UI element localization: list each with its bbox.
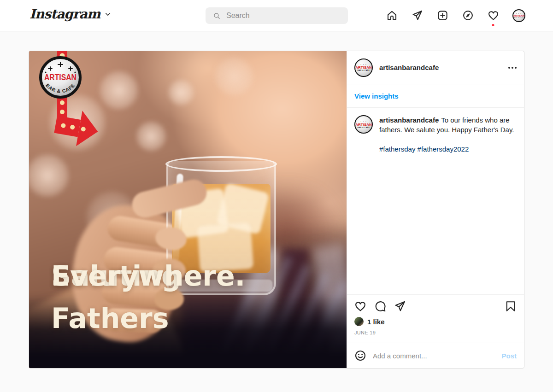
chevron-down-icon[interactable] — [105, 11, 111, 18]
share-icon[interactable] — [394, 300, 406, 312]
view-insights-link[interactable]: View insights — [354, 92, 399, 100]
likes-count[interactable]: 1 like — [367, 318, 385, 326]
likes-row: 1 like — [347, 316, 524, 329]
home-icon[interactable] — [386, 10, 398, 22]
artisan-badge-logo: ARTISAN BAR & CAFE — [32, 51, 124, 185]
post-card: ARTISAN BAR & CAFE Saluting Fathers Ever… — [29, 51, 524, 369]
new-post-icon[interactable] — [436, 10, 448, 22]
nav-icon-row: + + + ARTISAN BAR & CAFE — [386, 0, 525, 31]
comment-input[interactable] — [373, 352, 495, 360]
emoji-icon[interactable] — [354, 350, 366, 362]
more-options-icon[interactable] — [508, 63, 517, 72]
instagram-home-link[interactable]: Instagram — [29, 6, 111, 22]
explore-icon[interactable] — [462, 10, 474, 22]
profile-avatar[interactable]: + + + ARTISAN BAR & CAFE — [512, 9, 525, 22]
caption-body: artisanbarandcafeTo our friends who are … — [379, 115, 517, 287]
search-icon — [213, 12, 221, 20]
badge-circle: ARTISAN BAR & CAFE — [41, 58, 80, 97]
liker-avatar[interactable] — [354, 317, 364, 326]
notifications-heart-icon[interactable] — [487, 10, 499, 22]
post-details-pane: + + + ARTISAN BAR & CAFE artisanbarandca… — [347, 51, 524, 368]
caption-author-avatar[interactable]: + + + ARTISAN BAR & CAFE — [354, 115, 373, 134]
post-image[interactable]: ARTISAN BAR & CAFE Saluting Fathers Ever… — [29, 51, 347, 368]
action-bar — [347, 294, 524, 316]
svg-text:ARTISAN: ARTISAN — [44, 73, 76, 82]
top-nav-bar: Instagram + + + ARTISAN BAR & CA — [0, 0, 553, 31]
insights-row: View insights — [347, 84, 524, 108]
search-box[interactable] — [206, 7, 348, 24]
caption-section: + + + ARTISAN BAR & CAFE artisanbarandca… — [347, 108, 524, 294]
post-comment-button[interactable]: Post — [501, 352, 517, 360]
post-author-avatar[interactable]: + + + ARTISAN BAR & CAFE — [354, 59, 373, 77]
post-header: + + + ARTISAN BAR & CAFE artisanbarandca… — [347, 51, 524, 84]
post-date: JUNE 19 — [347, 329, 524, 343]
add-comment-row: Post — [347, 343, 524, 368]
post-author-username[interactable]: artisanbarandcafe — [379, 64, 502, 71]
notification-dot — [492, 24, 494, 26]
instagram-wordmark[interactable]: Instagram — [29, 6, 100, 22]
caption-username[interactable]: artisanbarandcafe — [379, 116, 439, 124]
search-input[interactable] — [226, 12, 341, 20]
messenger-icon[interactable] — [411, 10, 423, 22]
caption-hashtags[interactable]: #fathersday #fathersday2022 — [379, 144, 517, 154]
like-icon[interactable] — [354, 300, 366, 312]
comment-icon[interactable] — [374, 300, 386, 312]
save-icon[interactable] — [505, 300, 517, 312]
